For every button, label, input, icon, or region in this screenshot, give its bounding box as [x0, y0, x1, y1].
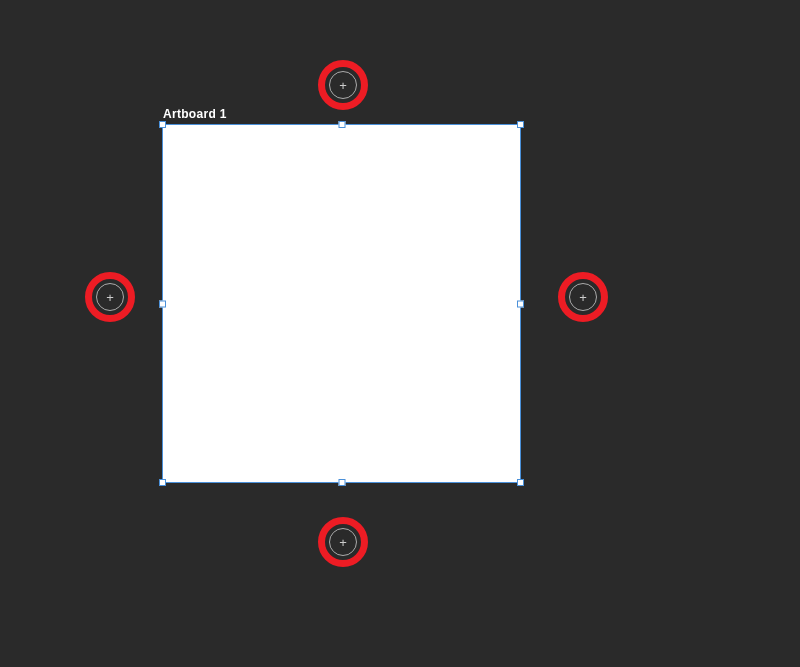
canvas-area[interactable]: Artboard 1 + + + +: [0, 0, 800, 667]
plus-icon: +: [106, 291, 114, 304]
plus-icon: +: [339, 536, 347, 549]
add-artboard-top-button[interactable]: +: [329, 71, 357, 99]
plus-icon: +: [339, 79, 347, 92]
artboard-label[interactable]: Artboard 1: [163, 107, 227, 121]
add-artboard-bottom-button[interactable]: +: [329, 528, 357, 556]
artboard[interactable]: [163, 125, 520, 482]
add-artboard-right-button[interactable]: +: [569, 283, 597, 311]
plus-icon: +: [579, 291, 587, 304]
add-artboard-left-button[interactable]: +: [96, 283, 124, 311]
